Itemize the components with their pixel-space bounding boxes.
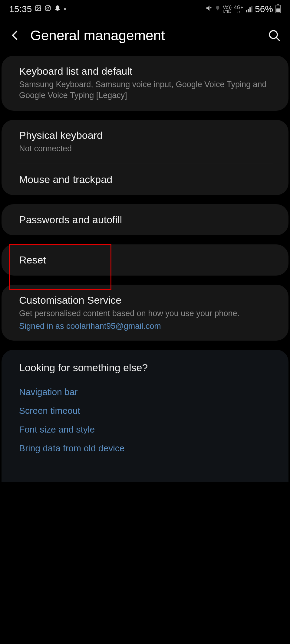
signal-icon [246,6,252,12]
setting-title: Physical keyboard [19,129,271,141]
page-header: General management [0,18,290,56]
status-time: 15:35 [9,4,32,14]
battery-icon [275,5,281,13]
card-passwords: Passwords and autofill [2,204,288,235]
setting-physical-keyboard[interactable]: Physical keyboard Not connected [2,120,288,164]
setting-link: Signed in as coolarihant95@gmail.com [19,322,271,331]
link-font-size-style[interactable]: Font size and style [2,420,288,439]
setting-subtitle: Get personalised content based on how yo… [19,308,271,319]
setting-keyboard-list[interactable]: Keyboard list and default Samsung Keyboa… [2,56,288,111]
mute-icon [206,5,213,13]
dot-icon [64,8,66,10]
page-title: General management [30,27,259,44]
svg-line-6 [276,37,279,40]
back-icon[interactable] [9,29,21,41]
card-looking-for: Looking for something else? Navigation b… [2,350,288,482]
card-customisation: Customisation Service Get personalised c… [2,285,288,340]
setting-title: Passwords and autofill [19,214,271,226]
setting-title: Keyboard list and default [19,65,271,77]
svg-point-3 [47,7,49,9]
network-lte-icon: Vo)) LTE1 [223,5,232,13]
setting-customisation-service[interactable]: Customisation Service Get personalised c… [2,285,288,340]
status-bar: 15:35 Vo)) LTE1 4G+ ↓↑ 56% [0,0,290,18]
setting-reset[interactable]: Reset [2,244,288,276]
svg-point-1 [37,7,38,8]
status-right: Vo)) LTE1 4G+ ↓↑ 56% [206,4,281,14]
snapchat-icon [54,5,61,13]
setting-passwords-autofill[interactable]: Passwords and autofill [2,204,288,235]
battery-percent: 56% [255,4,273,14]
link-bring-data[interactable]: Bring data from old device [2,439,288,458]
card-reset: Reset [2,244,288,276]
card-input-devices: Physical keyboard Not connected Mouse an… [2,120,288,195]
setting-title: Customisation Service [19,294,271,306]
status-left: 15:35 [9,4,66,14]
setting-subtitle: Not connected [19,143,271,154]
instagram-icon [44,5,51,13]
link-navigation-bar[interactable]: Navigation bar [2,383,288,401]
search-icon[interactable] [268,29,281,42]
setting-title: Mouse and trackpad [19,174,271,185]
setting-subtitle: Samsung Keyboard, Samsung voice input, G… [19,79,271,101]
looking-for-header: Looking for something else? [2,350,288,383]
svg-point-4 [49,6,50,7]
gallery-icon [35,5,41,13]
setting-title: Reset [19,254,271,266]
content: Keyboard list and default Samsung Keyboa… [0,56,290,482]
card-keyboard: Keyboard list and default Samsung Keyboa… [2,56,288,111]
location-icon [215,5,220,13]
setting-mouse-trackpad[interactable]: Mouse and trackpad [2,164,288,195]
link-screen-timeout[interactable]: Screen timeout [2,401,288,420]
network-4g-icon: 4G+ ↓↑ [234,5,243,13]
